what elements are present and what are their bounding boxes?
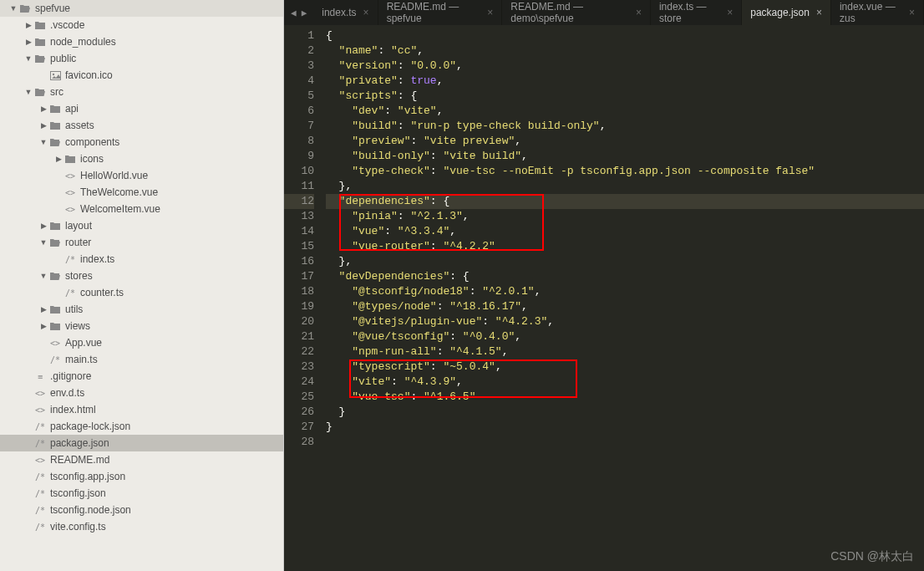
code-line[interactable]: "name": "cc", bbox=[326, 43, 924, 59]
code-line[interactable]: }, bbox=[326, 254, 924, 269]
code-line[interactable]: "scripts": { bbox=[326, 89, 924, 104]
tree-item-main-ts[interactable]: /*main.ts bbox=[0, 351, 283, 368]
tree-item-icons[interactable]: ▶icons bbox=[0, 150, 283, 167]
line-number: 25 bbox=[284, 390, 314, 405]
tree-item-public[interactable]: ▼public bbox=[0, 50, 283, 67]
tab-next-icon[interactable]: ▶ bbox=[302, 8, 307, 18]
close-icon[interactable]: × bbox=[636, 7, 642, 18]
tree-item-package-lock-json[interactable]: /*package-lock.json bbox=[0, 418, 283, 435]
code-line[interactable]: } bbox=[326, 405, 924, 420]
tree-item-label: tsconfig.json bbox=[50, 487, 106, 499]
tree-item-index-html[interactable]: <>index.html bbox=[0, 401, 283, 418]
chevron-right-icon[interactable]: ▶ bbox=[38, 322, 48, 330]
code-line[interactable]: "@types/node": "^18.16.17", bbox=[326, 299, 924, 314]
tree-item-node-modules[interactable]: ▶node_modules bbox=[0, 33, 283, 50]
code-line[interactable]: "dependencies": { bbox=[326, 194, 924, 209]
code-line[interactable]: "private": true, bbox=[326, 74, 924, 89]
tab-index-vue---zus[interactable]: index.vue — zus× bbox=[831, 0, 924, 25]
code-line[interactable]: } bbox=[326, 420, 924, 435]
tree-item-favicon-ico[interactable]: favicon.ico bbox=[0, 67, 283, 84]
code-line[interactable]: "vue-tsc": "^1.6.5" bbox=[326, 390, 924, 405]
tree-item-vite-config-ts[interactable]: /*vite.config.ts bbox=[0, 518, 283, 535]
file-explorer-sidebar[interactable]: ▼spefvue▶.vscode▶node_modules▼publicfavi… bbox=[0, 0, 284, 571]
line-number: 10 bbox=[284, 164, 314, 179]
code-line[interactable]: "@vitejs/plugin-vue": "^4.2.3", bbox=[326, 314, 924, 329]
chevron-down-icon[interactable]: ▼ bbox=[38, 272, 48, 280]
code-line[interactable]: "build-only": "vite build", bbox=[326, 149, 924, 164]
tab-index-ts[interactable]: index.ts× bbox=[313, 0, 378, 25]
tree-item-tsconfig-json[interactable]: /*tsconfig.json bbox=[0, 485, 283, 502]
folder-icon bbox=[48, 104, 62, 114]
code-line[interactable]: "preview": "vite preview", bbox=[326, 134, 924, 149]
tree-item-app-vue[interactable]: <>App.vue bbox=[0, 334, 283, 351]
code-line[interactable]: "type-check": "vue-tsc --noEmit -p tscon… bbox=[326, 164, 924, 179]
chevron-down-icon[interactable]: ▼ bbox=[23, 88, 33, 96]
code-line[interactable]: "vite": "^4.3.9", bbox=[326, 375, 924, 390]
code-line[interactable]: "typescript": "~5.0.4", bbox=[326, 359, 924, 375]
chevron-down-icon[interactable]: ▼ bbox=[23, 54, 33, 63]
line-number: 22 bbox=[284, 344, 314, 359]
tree-item-views[interactable]: ▶views bbox=[0, 318, 283, 334]
tree-item--vscode[interactable]: ▶.vscode bbox=[0, 17, 283, 33]
tree-item-components[interactable]: ▼components bbox=[0, 134, 283, 150]
tab-index-ts---store[interactable]: index.ts — store× bbox=[651, 0, 742, 25]
tree-item-utils[interactable]: ▶utils bbox=[0, 301, 283, 318]
code-line[interactable]: { bbox=[326, 28, 924, 43]
code-icon: <> bbox=[63, 188, 77, 197]
tree-item-layout[interactable]: ▶layout bbox=[0, 217, 283, 234]
chevron-right-icon[interactable]: ▶ bbox=[38, 121, 48, 130]
code-line[interactable]: "devDependencies": { bbox=[326, 269, 924, 284]
tree-item-tsconfig-node-json[interactable]: /*tsconfig.node.json bbox=[0, 502, 283, 518]
chevron-down-icon[interactable]: ▼ bbox=[38, 138, 48, 146]
tab-readme-md---demo-spefvue[interactable]: README.md — demo\spefvue× bbox=[502, 0, 651, 25]
code-line[interactable]: "vue": "^3.3.4", bbox=[326, 224, 924, 239]
tree-item-tsconfig-app-json[interactable]: /*tsconfig.app.json bbox=[0, 468, 283, 485]
tree-item-src[interactable]: ▼src bbox=[0, 84, 283, 100]
tab-readme-md---spefvue[interactable]: README.md — spefvue× bbox=[378, 0, 503, 25]
chevron-right-icon[interactable]: ▶ bbox=[38, 305, 48, 314]
tree-item-thewelcome-vue[interactable]: <>TheWelcome.vue bbox=[0, 184, 283, 201]
chevron-right-icon[interactable]: ▶ bbox=[23, 21, 33, 29]
tab-prev-icon[interactable]: ◀ bbox=[291, 8, 297, 18]
chevron-right-icon[interactable]: ▶ bbox=[53, 155, 63, 163]
tree-item-readme-md[interactable]: <>README.md bbox=[0, 451, 283, 468]
close-icon[interactable]: × bbox=[816, 7, 822, 18]
code-line[interactable]: "npm-run-all": "^4.1.5", bbox=[326, 344, 924, 359]
close-icon[interactable]: × bbox=[727, 7, 733, 18]
code-editor[interactable]: 1234567891011121314151617181920212223242… bbox=[284, 25, 924, 571]
tree-item--gitignore[interactable]: ≡.gitignore bbox=[0, 368, 283, 385]
tree-item-index-ts[interactable]: /*index.ts bbox=[0, 251, 283, 268]
code-area[interactable]: { "name": "cc", "version": "0.0.0", "pri… bbox=[326, 25, 924, 571]
tree-item-env-d-ts[interactable]: <>env.d.ts bbox=[0, 385, 283, 401]
tree-item-stores[interactable]: ▼stores bbox=[0, 268, 283, 284]
chevron-right-icon[interactable]: ▶ bbox=[38, 222, 48, 230]
line-number: 27 bbox=[284, 420, 314, 435]
tree-item-label: tsconfig.app.json bbox=[50, 471, 125, 482]
tree-item-assets[interactable]: ▶assets bbox=[0, 117, 283, 134]
tab-package-json[interactable]: package.json× bbox=[742, 0, 831, 25]
code-line[interactable]: "@vue/tsconfig": "^0.4.0", bbox=[326, 329, 924, 344]
code-line[interactable]: "pinia": "^2.1.3", bbox=[326, 209, 924, 224]
chevron-down-icon[interactable]: ▼ bbox=[38, 238, 48, 247]
folder-open-icon bbox=[18, 3, 32, 13]
tree-item-welcomeitem-vue[interactable]: <>WelcomeItem.vue bbox=[0, 201, 283, 217]
tree-item-package-json[interactable]: /*package.json bbox=[0, 435, 283, 451]
code-line[interactable]: "dev": "vite", bbox=[326, 104, 924, 119]
code-line[interactable]: "build": "run-p type-check build-only", bbox=[326, 119, 924, 134]
code-line[interactable] bbox=[326, 435, 924, 450]
code-line[interactable]: "version": "0.0.0", bbox=[326, 59, 924, 74]
tree-item-api[interactable]: ▶api bbox=[0, 100, 283, 117]
chevron-down-icon[interactable]: ▼ bbox=[8, 4, 18, 13]
close-icon[interactable]: × bbox=[909, 7, 915, 18]
code-line[interactable]: }, bbox=[326, 179, 924, 194]
close-icon[interactable]: × bbox=[487, 7, 493, 18]
chevron-right-icon[interactable]: ▶ bbox=[23, 38, 33, 46]
tree-item-helloworld-vue[interactable]: <>HelloWorld.vue bbox=[0, 167, 283, 184]
tree-item-counter-ts[interactable]: /*counter.ts bbox=[0, 284, 283, 301]
tree-item-spefvue[interactable]: ▼spefvue bbox=[0, 0, 283, 17]
chevron-right-icon[interactable]: ▶ bbox=[38, 105, 48, 113]
close-icon[interactable]: × bbox=[363, 7, 369, 18]
tree-item-router[interactable]: ▼router bbox=[0, 234, 283, 251]
code-line[interactable]: "@tsconfig/node18": "^2.0.1", bbox=[326, 284, 924, 299]
code-line[interactable]: "vue-router": "^4.2.2" bbox=[326, 239, 924, 254]
